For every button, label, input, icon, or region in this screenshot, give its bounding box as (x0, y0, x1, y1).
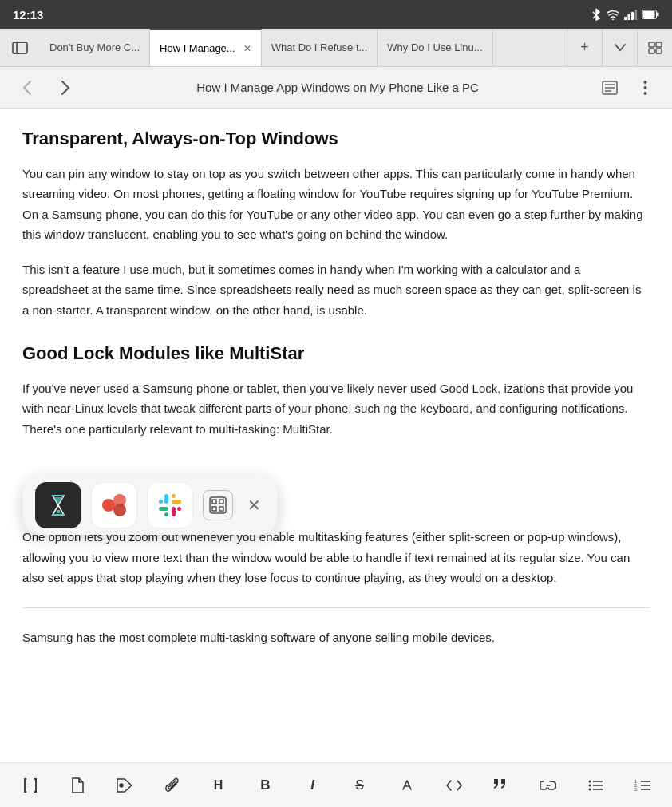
svg-rect-36 (164, 512, 168, 516)
tab-what-do-i-refuse-label: What Do I Refuse t... (271, 42, 368, 53)
svg-rect-28 (152, 487, 188, 524)
svg-rect-32 (172, 494, 176, 498)
svg-rect-13 (656, 42, 662, 47)
svg-rect-5 (631, 12, 634, 20)
reeder-icon (96, 487, 132, 524)
tab-why-do-i-use[interactable]: Why Do I Use Linu... (378, 29, 492, 66)
svg-rect-4 (628, 14, 630, 20)
status-bar: 12:13 (0, 0, 672, 29)
section3-para1: Samsung has the most complete multi-task… (22, 627, 650, 648)
highlight-button[interactable] (389, 768, 425, 803)
section1-para2: This isn't a feature I use much, but it … (22, 259, 650, 321)
svg-point-45 (588, 784, 591, 786)
tab-why-do-i-use-label: Why Do I Use Linu... (387, 42, 482, 53)
app-icon-reeder[interactable] (91, 482, 137, 528)
more-menu-button[interactable] (630, 73, 659, 102)
divider (22, 607, 650, 608)
tab-actions: + (567, 29, 672, 66)
page-title: How I Manage App Windows on My Phone Lik… (89, 81, 586, 94)
section1-para1: You can pin any window to stay on top as… (22, 164, 650, 245)
signal-icon (624, 10, 637, 20)
heading-label: H (214, 778, 223, 793)
app-switcher[interactable]: ✕ (22, 476, 278, 535)
tag-button[interactable] (107, 768, 142, 803)
svg-rect-29 (159, 500, 163, 504)
back-button[interactable] (13, 73, 42, 102)
svg-rect-40 (212, 507, 216, 511)
strikethrough-button[interactable]: S (342, 768, 378, 803)
section1-title: Transparent, Always-on-Top Windows (22, 128, 650, 151)
link-button[interactable] (531, 768, 566, 803)
svg-rect-30 (164, 494, 168, 504)
svg-rect-12 (649, 42, 654, 47)
svg-point-42 (120, 784, 123, 787)
dock-icon-button[interactable] (203, 490, 233, 520)
svg-point-22 (643, 92, 646, 95)
svg-point-27 (113, 504, 126, 516)
battery-icon (642, 10, 659, 19)
nav-bar: How I Manage App Windows on My Phone Lik… (0, 67, 672, 109)
tab-what-do-i-refuse[interactable]: What Do I Refuse t... (262, 29, 378, 66)
wifi-icon (607, 10, 619, 20)
tab-close-button[interactable]: ✕ (243, 43, 251, 54)
new-tab-button[interactable]: + (567, 29, 602, 67)
status-time: 12:13 (13, 8, 43, 22)
ordered-list-button[interactable]: 1. 2. 3. (625, 768, 660, 803)
file-button[interactable] (60, 768, 95, 803)
heading-button[interactable]: H (201, 768, 236, 803)
italic-label: I (310, 777, 314, 793)
svg-point-46 (588, 788, 591, 790)
hourglass-icon (44, 491, 73, 520)
svg-rect-14 (649, 49, 654, 53)
slack-icon (152, 487, 188, 524)
svg-rect-3 (624, 17, 627, 20)
tabs-dropdown-button[interactable] (602, 29, 637, 67)
nav-right-actions (595, 73, 659, 102)
svg-text:3.: 3. (634, 787, 638, 792)
content-area: Transparent, Always-on-Top Windows You c… (0, 109, 672, 762)
code-button[interactable] (437, 768, 472, 803)
tab-how-i-manage[interactable]: How I Manage... ✕ (150, 29, 262, 66)
tab-how-i-manage-label: How I Manage... (160, 42, 235, 54)
app-switcher-close-button[interactable]: ✕ (243, 494, 265, 516)
svg-point-21 (643, 86, 646, 89)
svg-rect-39 (219, 500, 223, 504)
bluetooth-icon (591, 8, 602, 21)
bold-label: B (260, 777, 270, 793)
app-icon-screentime[interactable] (35, 482, 81, 528)
svg-rect-31 (172, 500, 181, 504)
quote-button[interactable] (484, 768, 519, 803)
attachment-button[interactable] (154, 768, 189, 803)
toolbar: H B I S (0, 762, 672, 807)
italic-button[interactable]: I (295, 768, 330, 803)
tab-dont-buy-label: Don't Buy More C... (49, 42, 140, 53)
forward-button[interactable] (51, 73, 80, 102)
svg-point-44 (588, 780, 591, 782)
section2-para2: One option lets you zoom out whenever yo… (22, 527, 650, 588)
status-icons (591, 8, 659, 21)
svg-point-25 (102, 499, 115, 512)
reader-mode-button[interactable] (595, 73, 624, 102)
dock-icon (209, 496, 227, 514)
strikethrough-label: S (355, 778, 364, 793)
tab-dont-buy[interactable]: Don't Buy More C... (40, 29, 150, 66)
svg-rect-33 (172, 507, 176, 516)
tab-bar: Don't Buy More C... How I Manage... ✕ Wh… (0, 29, 672, 67)
svg-rect-38 (212, 500, 216, 504)
sidebar-toggle-button[interactable] (0, 29, 40, 66)
svg-rect-9 (657, 13, 659, 17)
svg-point-2 (612, 18, 614, 20)
app-icon-slack[interactable] (147, 482, 193, 528)
svg-rect-35 (159, 507, 168, 511)
svg-rect-41 (219, 507, 223, 511)
svg-rect-15 (656, 49, 662, 53)
section2-title: Good Lock Modules like MultiStar (22, 342, 650, 366)
tab-overview-button[interactable] (637, 29, 672, 67)
bracket-button[interactable] (13, 768, 48, 803)
svg-rect-6 (635, 10, 638, 20)
svg-rect-10 (13, 42, 27, 53)
section2-para1: If you've never used a Samsung phone or … (22, 378, 650, 440)
bold-button[interactable]: B (248, 768, 283, 803)
svg-rect-8 (643, 11, 655, 18)
list-button[interactable] (578, 768, 613, 803)
